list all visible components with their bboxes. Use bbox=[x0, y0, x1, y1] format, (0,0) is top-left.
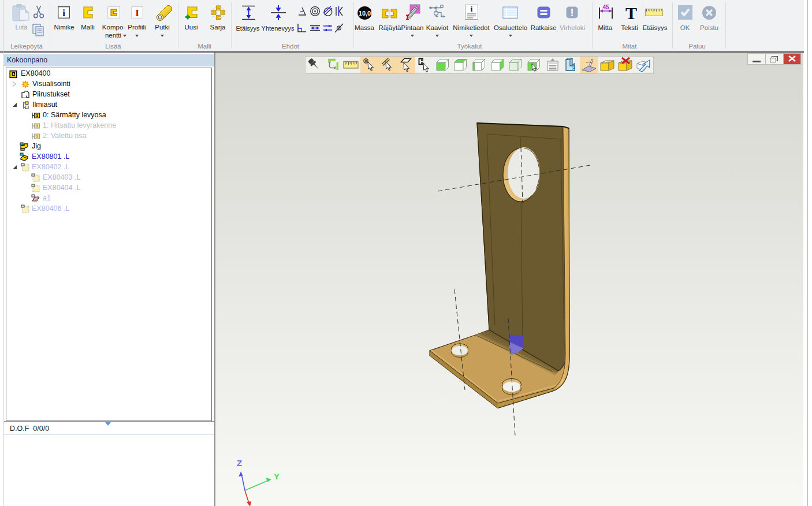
svg-text:Z: Z bbox=[237, 458, 242, 468]
svg-text:45: 45 bbox=[602, 5, 609, 10]
svg-text:I: I bbox=[135, 8, 139, 18]
svg-text:!: ! bbox=[571, 7, 574, 18]
svg-text:Y: Y bbox=[274, 471, 280, 481]
svg-text:10,0: 10,0 bbox=[359, 10, 371, 17]
svg-text:i: i bbox=[62, 8, 65, 18]
svg-text:i: i bbox=[471, 5, 473, 13]
